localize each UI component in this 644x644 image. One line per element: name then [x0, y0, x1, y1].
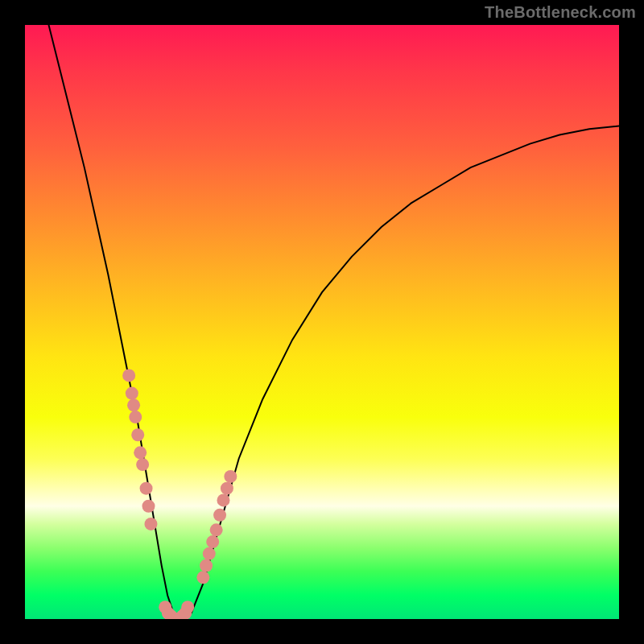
- marker-dot: [213, 509, 226, 522]
- marker-dot: [126, 387, 138, 400]
- marker-dot: [217, 493, 229, 506]
- marker-dot: [196, 571, 209, 584]
- marker-dot: [131, 428, 144, 441]
- marker-dot: [203, 547, 216, 560]
- bottleneck-curve: [49, 25, 619, 619]
- marker-dot: [224, 470, 237, 483]
- plot-area: [25, 25, 619, 619]
- marker-dot: [136, 458, 149, 471]
- marker-group: [122, 369, 237, 619]
- marker-dot: [144, 518, 157, 530]
- marker-dot: [142, 500, 155, 513]
- marker-dot: [134, 446, 147, 459]
- marker-dot: [122, 369, 135, 382]
- watermark-text: TheBottleneck.com: [485, 3, 636, 22]
- marker-dot: [127, 398, 140, 411]
- marker-dot: [181, 601, 194, 613]
- chart-frame: TheBottleneck.com: [0, 0, 644, 644]
- marker-dot: [206, 535, 219, 548]
- marker-dot: [129, 411, 142, 423]
- marker-dot: [221, 482, 233, 495]
- chart-svg: [25, 25, 619, 619]
- marker-dot: [140, 482, 153, 495]
- marker-dot: [210, 523, 223, 536]
- marker-dot: [200, 559, 213, 572]
